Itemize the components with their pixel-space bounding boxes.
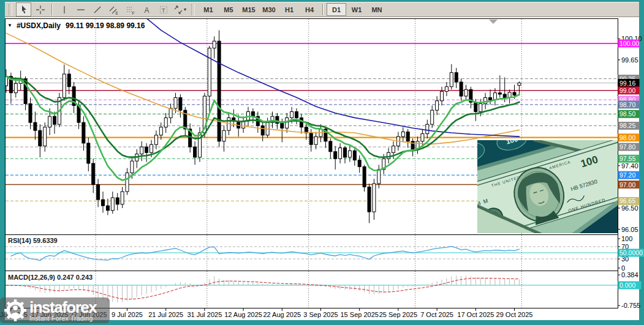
horizontal-line-tool[interactable] [73, 2, 88, 17]
svg-text:E: E [115, 10, 118, 15]
periods-toolbar-grip[interactable] [191, 4, 195, 15]
ohlc-values: 99.11 99.19 98.89 99.16 [66, 21, 145, 30]
period-button-M30[interactable]: M30 [259, 3, 279, 16]
arrow-objects-tool[interactable]: ▾ [172, 2, 188, 17]
text-tool[interactable]: A [139, 2, 154, 17]
dropdown-caret-icon[interactable]: ▾ [184, 7, 186, 12]
rsi-value: 59.6339 [33, 237, 58, 244]
svg-text:F: F [132, 10, 134, 15]
logo-tagline: Instant Forex Trading [29, 315, 96, 322]
period-button-W1[interactable]: W1 [347, 3, 366, 16]
svg-text:A: A [144, 6, 149, 14]
equidistant-channel-tool[interactable]: E [106, 2, 121, 17]
fibonacci-retracement-tool[interactable]: F [123, 2, 138, 17]
chart-symbol-title: ▼#USDX,Daily99.11 99.19 98.89 99.16 [7, 21, 145, 30]
toolbar-divider [322, 4, 324, 15]
period-button-MN[interactable]: MN [367, 3, 387, 16]
chart-container[interactable] [5, 17, 639, 320]
macd-value: 0.247 0.243 [57, 274, 93, 281]
period-button-M5[interactable]: M5 [219, 3, 238, 16]
period-button-H1[interactable]: H1 [279, 3, 299, 16]
trendline-tool[interactable] [89, 2, 105, 17]
period-button-M1[interactable]: M1 [199, 3, 218, 16]
instaforex-gear-icon [4, 299, 27, 322]
vertical-line-tool[interactable] [56, 2, 72, 17]
logo-brand-text: instaforex [29, 299, 96, 315]
period-button-M15[interactable]: M15 [239, 3, 259, 16]
drawing-tools-group: EFAT▾ [16, 2, 188, 17]
period-button-H4[interactable]: H4 [300, 3, 319, 16]
symbol-collapse-icon[interactable]: ▼ [7, 23, 12, 28]
rsi-name: RSI(14) [8, 237, 31, 244]
symbol-label: #USDX,Daily [17, 21, 61, 30]
timeframe-buttons-group: M1M5M15M30H1H4D1W1MN [199, 3, 387, 16]
toolbar: EFAT▾ M1M5M15M30H1H4D1W1MN [5, 2, 639, 17]
toolbar-divider [51, 4, 53, 15]
rsi-indicator-label: RSI(14) 59.6339 [8, 237, 58, 244]
toolbar-grip[interactable] [9, 4, 12, 15]
crosshair-tool[interactable] [32, 2, 48, 17]
text-label-tool[interactable]: T [156, 2, 171, 17]
macd-indicator-label: MACD(12,26,9) 0.247 0.243 [8, 274, 93, 281]
instaforex-watermark: instaforex Instant Forex Trading [0, 297, 110, 323]
cursor-tool[interactable] [16, 2, 31, 17]
period-button-D1[interactable]: D1 [327, 3, 346, 16]
svg-text:T: T [162, 7, 165, 13]
macd-name: MACD(12,26,9) [8, 274, 55, 281]
